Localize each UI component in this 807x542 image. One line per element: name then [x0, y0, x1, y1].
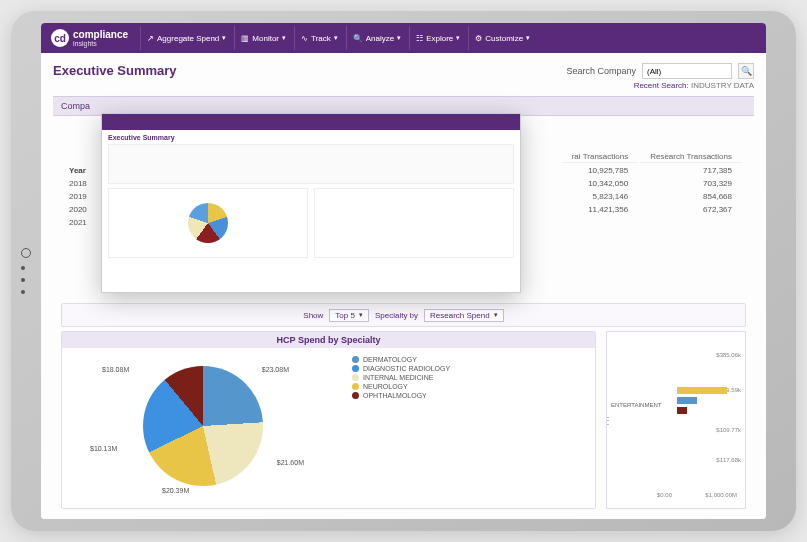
legend-item[interactable]: DERMATOLOGY: [352, 356, 587, 363]
chevron-down-icon: ▾: [456, 34, 460, 42]
brand-name: compliance: [73, 30, 128, 40]
transactions-table: ral Transactions Research Transactions 1…: [560, 149, 744, 217]
popup-nav: [102, 114, 520, 130]
nav-icon: ▥: [241, 34, 249, 43]
nav-customize[interactable]: ⚙ Customize ▾: [468, 26, 536, 50]
cell: 717,385: [640, 165, 742, 176]
year-list: Year 2018 2019 2020 2021: [63, 163, 93, 230]
bar[interactable]: [677, 397, 697, 404]
pie-chart[interactable]: [143, 366, 263, 486]
chevron-down-icon: ▾: [494, 311, 498, 319]
nav-label: Customize: [485, 34, 523, 43]
year-row[interactable]: 2019: [65, 191, 91, 202]
slice-label: $20.39M: [162, 487, 189, 494]
brand-logo[interactable]: cd compliance insights: [51, 29, 128, 47]
tablet-frame: cd compliance insights ↗ Aggregate Spend…: [11, 11, 796, 531]
nav-label: Track: [311, 34, 331, 43]
cell: 10,342,050: [562, 178, 638, 189]
legend-label: OPHTHALMOLOGY: [363, 392, 427, 399]
year-row[interactable]: 2018: [65, 178, 91, 189]
search-button[interactable]: 🔍: [738, 63, 754, 79]
legend-label: NEUROLOGY: [363, 383, 408, 390]
nav-icon: ↗: [147, 34, 154, 43]
side-tick: $385.06k: [716, 352, 741, 358]
slice-label: $23.08M: [262, 366, 289, 373]
chevron-down-icon: ▾: [222, 34, 226, 42]
legend-label: INTERNAL MEDICINE: [363, 374, 434, 381]
legend-swatch: [352, 365, 359, 372]
search-label: Search Company: [566, 66, 636, 76]
page-body: Executive Summary Search Company 🔍 Recen…: [41, 53, 766, 519]
x-tick: $0.00: [657, 492, 672, 498]
nav-label: Analyze: [366, 34, 394, 43]
chevron-down-icon: ▾: [526, 34, 530, 42]
search-area: Search Company 🔍 Recent Search: INDUSTRY…: [566, 63, 754, 90]
side-category: ENTERTAINMENT: [611, 402, 661, 408]
dashboard-tooltip-popup: Executive Summary: [101, 113, 521, 293]
side-tick: $117.68k: [716, 457, 741, 463]
cell: 703,329: [640, 178, 742, 189]
cell: 11,421,356: [562, 204, 638, 215]
cell: 5,823,146: [562, 191, 638, 202]
mini-pie-chart: [188, 203, 228, 243]
cell: 10,925,785: [562, 165, 638, 176]
side-bar-panel: ⋮ ENTERTAINMENT $385.06k $869.59k $109.7…: [606, 331, 746, 509]
legend-item[interactable]: OPHTHALMOLOGY: [352, 392, 587, 399]
year-row[interactable]: 2020: [65, 204, 91, 215]
legend-item[interactable]: INTERNAL MEDICINE: [352, 374, 587, 381]
popup-title: Executive Summary: [108, 134, 514, 141]
by-value: Research Spend: [430, 311, 490, 320]
nav-icon: ☷: [416, 34, 423, 43]
nav-icon: ∿: [301, 34, 308, 43]
nav-label: Monitor: [252, 34, 279, 43]
specialty-by-select[interactable]: Research Spend ▾: [424, 309, 504, 322]
slice-label: $21.60M: [277, 459, 304, 466]
panel-title: HCP Spend by Specialty: [62, 332, 595, 348]
bar[interactable]: [677, 407, 687, 414]
nav-track[interactable]: ∿ Track ▾: [294, 26, 344, 50]
nav-icon: 🔍: [353, 34, 363, 43]
chevron-down-icon: ▾: [359, 311, 363, 319]
brand-sub: insights: [73, 40, 128, 47]
legend-item[interactable]: NEUROLOGY: [352, 383, 587, 390]
legend-swatch: [352, 392, 359, 399]
nav-aggregate-spend[interactable]: ↗ Aggregate Spend ▾: [140, 26, 232, 50]
search-icon: 🔍: [741, 66, 752, 76]
by-label: Specialty by: [375, 311, 418, 320]
pie-legend: DERMATOLOGY DIAGNOSTIC RADIOLOGY INTERNA…: [344, 348, 595, 504]
show-label: Show: [303, 311, 323, 320]
show-select[interactable]: Top 5 ▾: [329, 309, 369, 322]
legend-label: DIAGNOSTIC RADIOLOGY: [363, 365, 450, 372]
year-row[interactable]: 2021: [65, 217, 91, 228]
side-x-axis: $0.00 $1,000.00M: [657, 492, 737, 498]
legend-swatch: [352, 374, 359, 381]
nav-monitor[interactable]: ▥ Monitor ▾: [234, 26, 292, 50]
recent-search: Recent Search: INDUSTRY DATA: [566, 81, 754, 90]
cell: 672,367: [640, 204, 742, 215]
slice-label: $18.08M: [102, 366, 129, 373]
col-header[interactable]: Research Transactions: [640, 151, 742, 163]
side-tick: $109.77k: [716, 427, 741, 433]
chevron-down-icon: ▾: [282, 34, 286, 42]
legend-label: DERMATOLOGY: [363, 356, 417, 363]
nav-label: Aggregate Spend: [157, 34, 219, 43]
legend-item[interactable]: DIAGNOSTIC RADIOLOGY: [352, 365, 587, 372]
brand-icon: cd: [51, 29, 69, 47]
nav-explore[interactable]: ☷ Explore ▾: [409, 26, 466, 50]
brand-text: compliance insights: [73, 30, 128, 47]
nav-analyze[interactable]: 🔍 Analyze ▾: [346, 26, 407, 50]
chevron-down-icon: ▾: [397, 34, 401, 42]
tab-company[interactable]: Compa: [61, 101, 90, 111]
legend-swatch: [352, 383, 359, 390]
hcp-spend-panel: HCP Spend by Specialty $23.08M $21.60M $…: [61, 331, 596, 509]
resize-handle-icon[interactable]: ⋮: [606, 415, 613, 426]
col-header[interactable]: ral Transactions: [562, 151, 638, 163]
app-screen: cd compliance insights ↗ Aggregate Spend…: [41, 23, 766, 519]
chevron-down-icon: ▾: [334, 34, 338, 42]
bar[interactable]: [677, 387, 727, 394]
search-input[interactable]: [642, 63, 732, 79]
recent-value[interactable]: INDUSTRY DATA: [691, 81, 754, 90]
year-header: Year: [65, 165, 91, 176]
show-value: Top 5: [335, 311, 355, 320]
top-nav: cd compliance insights ↗ Aggregate Spend…: [41, 23, 766, 53]
